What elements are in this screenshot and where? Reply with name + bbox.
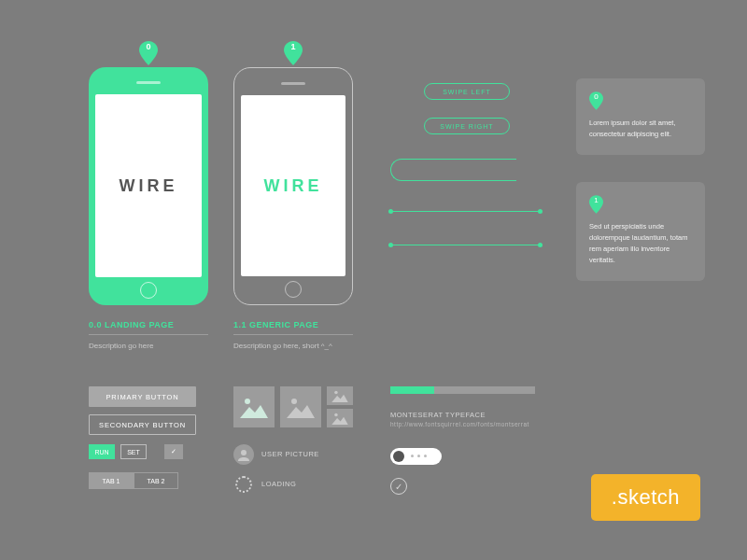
gesture-line: [390, 245, 540, 245]
button-label: RUN: [94, 449, 108, 455]
svg-point-1: [291, 399, 297, 404]
tab-label: TAB 2: [148, 478, 165, 484]
phone-screen: WIRE: [95, 94, 202, 277]
typeface-url: http://www.fontsquirrel.com/fonts/montse…: [390, 421, 529, 427]
svg-point-0: [245, 399, 250, 404]
annotation-card: 1 Sed ut perspiciatis unde dolorempque l…: [576, 182, 705, 281]
checkbox-checked[interactable]: ✓: [164, 444, 183, 459]
image-placeholder: [233, 386, 275, 427]
progress-bar: [390, 386, 535, 394]
progress-fill: [390, 386, 434, 394]
phone-title: WIRE: [120, 176, 178, 196]
home-button-icon: [285, 281, 302, 298]
pill-label: SWIPE LEFT: [443, 89, 491, 95]
svg-point-2: [334, 391, 338, 395]
user-avatar-icon: [233, 444, 254, 465]
sketch-badge: .sketch: [591, 474, 700, 521]
button-label: PRIMARY BUTTON: [106, 393, 179, 401]
phone-mockup-generic: WIRE: [233, 67, 353, 305]
pin-number: 0: [139, 42, 158, 51]
toggle-dots: [411, 455, 427, 457]
divider: [233, 334, 353, 335]
map-pin-icon: 1: [589, 195, 603, 216]
image-placeholder-small: [327, 409, 353, 427]
map-pin-icon: 0: [589, 91, 603, 112]
button-label: SET: [127, 449, 140, 455]
pin-number: 1: [589, 195, 603, 207]
map-pin-icon: 0: [139, 41, 158, 60]
typeface-name: MONTESERAT TYPEFACE: [390, 411, 486, 419]
phone-title: WIRE: [264, 176, 323, 196]
user-picture-label: USER PICTURE: [261, 450, 319, 458]
annotation-text: Lorem ipsum dolor sit amet, consectetur …: [589, 118, 692, 140]
pin-number: 1: [284, 42, 303, 51]
toggle-switch[interactable]: [390, 448, 442, 465]
gesture-line: [390, 211, 540, 212]
image-placeholder: [280, 386, 321, 427]
gesture-guide: [390, 159, 516, 181]
loading-label: LOADING: [261, 480, 296, 488]
endpoint-dot: [538, 243, 543, 247]
home-button-icon: [140, 282, 157, 299]
annotation-card: 0 Lorem ipsum dolor sit amet, consectetu…: [576, 78, 705, 155]
page-description: Description go here, short ^_^: [233, 342, 332, 350]
pin-number: 0: [589, 91, 603, 104]
endpoint-dot: [388, 243, 393, 247]
badge-label: .sketch: [612, 485, 680, 509]
page-description: Description go here: [89, 342, 153, 350]
pill-label: SWIPE RIGHT: [440, 123, 493, 130]
swipe-left-pill: SWIPE LEFT: [424, 83, 510, 100]
tab-label: TAB 1: [103, 478, 120, 484]
tab-1[interactable]: TAB 1: [89, 472, 134, 489]
secondary-button[interactable]: SECONDARY BUTTON: [89, 414, 196, 435]
endpoint-dot: [388, 209, 393, 214]
tab-group: TAB 1 TAB 2: [89, 472, 178, 489]
swipe-right-pill: SWIPE RIGHT: [424, 118, 510, 134]
svg-point-3: [334, 413, 338, 417]
check-circle-icon: ✓: [390, 478, 407, 495]
typeface-info: MONTESERAT TYPEFACE http://www.fontsquir…: [390, 411, 529, 427]
divider: [89, 334, 208, 335]
primary-button[interactable]: PRIMARY BUTTON: [89, 386, 196, 407]
phone-speaker: [281, 82, 305, 85]
phone-mockup-landing: WIRE: [89, 67, 208, 305]
set-button[interactable]: SET: [120, 444, 147, 459]
loading-spinner-icon: [235, 476, 252, 493]
image-placeholder-small: [327, 386, 353, 405]
svg-point-4: [241, 450, 247, 455]
page-label: 0.0 LANDING PAGE: [89, 320, 174, 329]
annotation-text: Sed ut perspiciatis unde dolorempque lau…: [589, 221, 692, 266]
tab-2[interactable]: TAB 2: [134, 472, 178, 489]
endpoint-dot: [538, 209, 543, 214]
page-label: 1.1 GENERIC PAGE: [233, 320, 318, 329]
map-pin-icon: 1: [284, 41, 303, 60]
phone-screen: WIRE: [241, 95, 345, 276]
run-button[interactable]: RUN: [89, 444, 115, 459]
button-label: SECONDARY BUTTON: [99, 421, 186, 429]
phone-speaker: [136, 81, 161, 84]
